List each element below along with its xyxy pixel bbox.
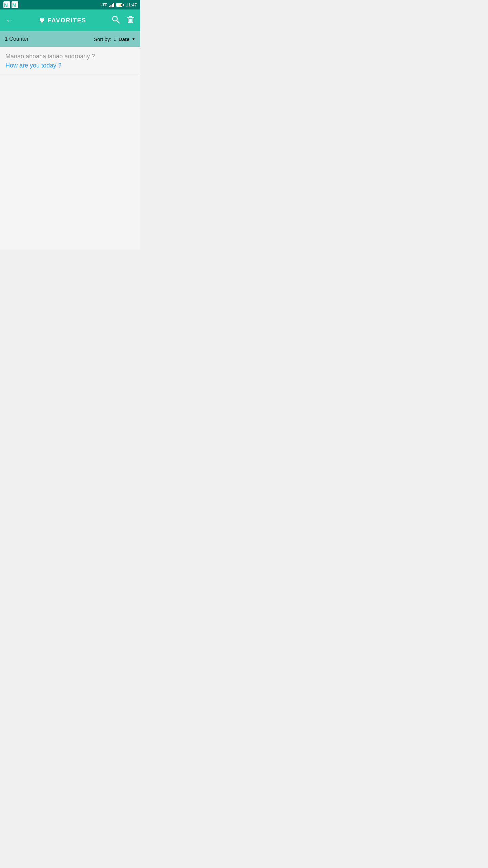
status-bar-right: LTE ⚡ 11:47 [100,2,137,7]
app-bar-right [111,15,135,26]
trash-icon[interactable] [126,15,135,26]
sort-value: Date [119,36,130,42]
app-bar-left: ← [5,16,14,25]
network-icon-1: N [3,1,10,8]
item-translation-text: How are you today ? [5,62,135,69]
app-bar-center: ♥ FAVORITES [14,15,111,26]
svg-line-5 [117,21,120,23]
svg-text:N: N [12,2,16,8]
sort-controls[interactable]: Sort by: ↓ Date ▼ [94,36,136,43]
search-icon[interactable] [111,15,120,26]
back-button[interactable]: ← [5,16,14,25]
counter-label: 1 Counter [5,36,28,42]
svg-text:N: N [4,2,8,8]
heart-icon: ♥ [39,15,45,26]
status-bar-left: N N [3,1,18,8]
item-original-text: Manao ahoana ianao androany ? [5,53,135,60]
app-title: FAVORITES [47,17,86,24]
network-icon-2: N [12,1,18,8]
sort-dropdown-icon[interactable]: ▼ [131,37,136,41]
battery-icon: ⚡ [116,3,124,7]
app-bar: ← ♥ FAVORITES [0,9,140,31]
signal-icon [109,2,114,7]
sort-bar: 1 Counter Sort by: ↓ Date ▼ [0,31,140,47]
lte-label: LTE [100,3,107,7]
sort-direction-icon: ↓ [114,36,117,43]
list-item[interactable]: Manao ahoana ianao androany ? How are yo… [0,47,140,75]
status-bar: N N LTE ⚡ 11:47 [0,0,140,9]
status-time: 11:47 [126,2,137,7]
content-area: Manao ahoana ianao androany ? How are yo… [0,47,140,250]
sort-by-label: Sort by: [94,36,111,42]
